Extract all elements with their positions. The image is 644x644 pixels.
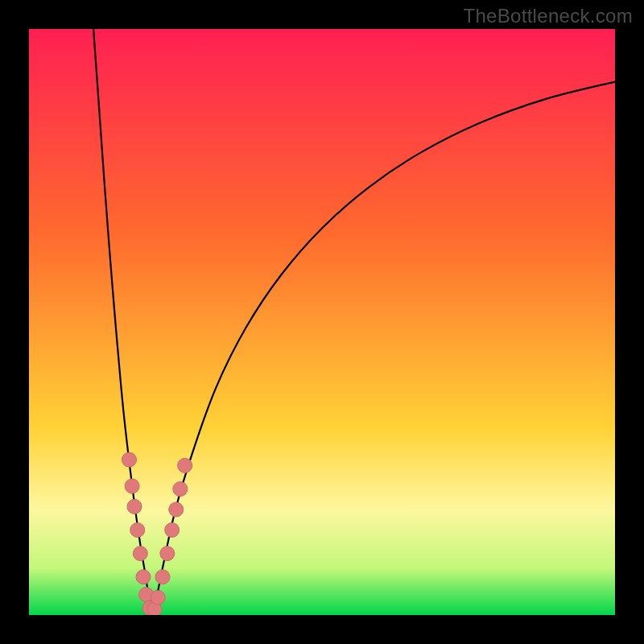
data-marker xyxy=(136,570,151,584)
data-marker xyxy=(122,452,136,467)
data-marker xyxy=(130,522,145,537)
data-marker xyxy=(178,458,192,473)
watermark-text: TheBottleneck.com xyxy=(463,5,633,27)
gradient-background xyxy=(29,29,615,615)
plot-area xyxy=(29,29,615,615)
data-marker xyxy=(169,502,184,517)
data-marker xyxy=(127,499,142,514)
data-marker xyxy=(160,547,175,561)
data-marker xyxy=(125,479,139,493)
chart-svg xyxy=(29,29,615,615)
data-marker xyxy=(173,481,188,496)
chart-frame: TheBottleneck.com xyxy=(0,0,644,644)
data-marker xyxy=(151,590,165,605)
data-marker xyxy=(165,522,180,537)
data-marker xyxy=(133,547,147,561)
data-marker xyxy=(155,570,170,584)
